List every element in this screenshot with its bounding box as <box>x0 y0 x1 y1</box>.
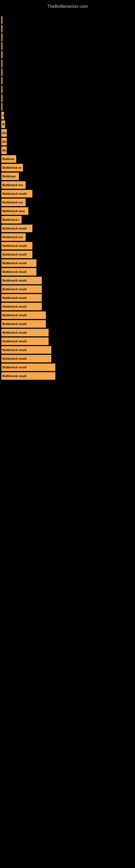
bar-item <box>1 94 2 102</box>
bar-item: Bottleneck result <box>1 355 51 362</box>
bar-label: Bottleneck r <box>2 218 20 221</box>
bar-row <box>1 103 134 111</box>
bar-row: Bottlenec <box>1 173 134 180</box>
bar-row: Bottleneck result <box>1 320 134 328</box>
bar-row: Bottleneck result <box>1 311 134 319</box>
bar-label: Bottleneck result <box>2 270 27 273</box>
bar-item: Bottleneck result <box>1 294 42 302</box>
bar-item: Bottleneck result <box>1 285 42 293</box>
bar-row: Bottleneck r <box>1 216 134 223</box>
bar-row: Bottleneck res <box>1 233 134 241</box>
bar-row: Bottleneck result <box>1 285 134 293</box>
bar-item <box>1 42 2 50</box>
bar-row: Bottleneck result <box>1 372 134 380</box>
bar-label: Bottleneck res <box>2 183 23 187</box>
bar-item: Bottlene <box>1 155 16 163</box>
bar-row: B <box>1 120 134 128</box>
bar-item <box>1 86 2 93</box>
bar-row: Bottleneck resu <box>1 207 134 215</box>
bar-row <box>1 86 134 93</box>
bar-row: Bottleneck result <box>1 259 134 267</box>
bar-label: Bottleneck result <box>2 322 27 326</box>
bar-label: Bottleneck result <box>2 296 27 300</box>
bar-label: Bottleneck res <box>2 201 23 204</box>
bar-item <box>1 16 2 24</box>
bar-item: Bo <box>1 129 7 137</box>
bar-row <box>1 60 134 67</box>
bar-label: Bottlenec <box>2 175 16 178</box>
bar-item: Bottleneck result <box>1 372 55 380</box>
bar-item: Bottleneck res <box>1 181 26 189</box>
bar-label: Bottleneck result <box>2 374 27 378</box>
bar-row <box>1 34 134 41</box>
bar-item: Bo <box>1 147 7 154</box>
bar-row <box>1 16 134 24</box>
bar-row: Bottleneck result <box>1 355 134 362</box>
bar-label: Bottleneck result <box>2 366 27 369</box>
bar-item <box>1 68 2 76</box>
bar-item <box>1 60 2 67</box>
bar-label: Bottleneck result <box>2 244 27 247</box>
bar-item: Bottleneck result <box>1 242 32 250</box>
bar-item: Bo <box>1 138 7 145</box>
bar-row: Bottleneck result <box>1 277 134 284</box>
bar-label: B <box>2 123 5 126</box>
bar-label: Bottleneck result <box>2 305 27 308</box>
bar-item: Bottleneck result <box>1 320 46 328</box>
bar-item: B <box>1 120 5 128</box>
bar-row: Bottlene <box>1 155 134 163</box>
bar-item: Bottleneck result <box>1 225 32 232</box>
bar-label: Bo <box>2 131 6 134</box>
bar-label: Bottleneck result <box>2 331 27 334</box>
bar-row: Bottleneck result <box>1 190 134 197</box>
bar-item: 5 <box>1 112 4 119</box>
bar-row <box>1 68 134 76</box>
bar-row: Bottleneck result <box>1 346 134 354</box>
bar-row: Bottleneck result <box>1 251 134 258</box>
bar-row: Bottleneck result <box>1 303 134 310</box>
bar-item: Bottleneck result <box>1 337 49 345</box>
bar-item: Bottleneck r <box>1 216 21 223</box>
bar-label: Bottleneck result <box>2 192 27 195</box>
bar-item: Bottleneck result <box>1 259 37 267</box>
bar-label: Bo <box>2 140 6 143</box>
bar-item: Bottleneck result <box>1 190 32 197</box>
bar-row: Bo <box>1 129 134 137</box>
bar-row: Bottleneck result <box>1 364 134 371</box>
bar-label: Bottlene <box>2 157 14 161</box>
bar-label: 5 <box>2 114 4 117</box>
bar-label: Bottleneck result <box>2 227 27 230</box>
bar-label: Bottleneck result <box>2 340 27 343</box>
bar-label: Bottleneck result <box>2 357 27 360</box>
bar-row <box>1 25 134 33</box>
bar-label: Bo <box>2 149 6 152</box>
bar-label: Bottleneck result <box>2 279 27 282</box>
bar-label: Bottleneck result <box>2 287 27 291</box>
bar-item: Bottleneck result <box>1 303 42 310</box>
bar-item: Bottleneck re <box>1 164 23 172</box>
bar-label: Bottleneck result <box>2 314 27 317</box>
bar-item: Bottleneck result <box>1 311 46 319</box>
bar-row: Bottleneck result <box>1 242 134 250</box>
bar-row <box>1 94 134 102</box>
bar-label: Bottleneck re <box>2 166 21 169</box>
bar-label: Bottleneck resu <box>2 209 25 213</box>
bar-item <box>1 34 2 41</box>
bar-row: Bo <box>1 147 134 154</box>
bar-label: Bottleneck result <box>2 348 27 351</box>
bar-item: Bottleneck resu <box>1 207 28 215</box>
bar-item: Bottleneck result <box>1 346 51 354</box>
bar-item <box>1 51 2 59</box>
bar-row <box>1 42 134 50</box>
bar-item: Bottleneck res <box>1 198 26 206</box>
bar-item <box>1 25 2 33</box>
bar-row: Bottleneck res <box>1 181 134 189</box>
bar-row <box>1 51 134 59</box>
site-title: TheBottlenecker.com <box>0 1 135 12</box>
bar-row: Bottleneck result <box>1 294 134 302</box>
bar-row: Bottleneck result <box>1 268 134 276</box>
bar-item: Bottlenec <box>1 173 19 180</box>
bar-row: Bottleneck res <box>1 198 134 206</box>
bar-item: Bottleneck res <box>1 233 26 241</box>
bar-label: Bottleneck result <box>2 261 27 265</box>
